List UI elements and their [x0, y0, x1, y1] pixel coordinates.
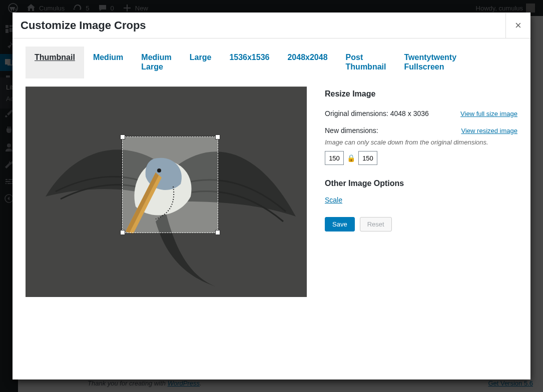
resize-heading: Resize Image — [325, 90, 517, 98]
crop-handle-tl[interactable] — [120, 134, 125, 140]
crop-handle-bl[interactable] — [120, 230, 125, 235]
image-crop-area[interactable] — [26, 86, 307, 297]
tab-post-thumb[interactable]: Post Thumbnail — [337, 46, 395, 78]
close-icon: × — [515, 19, 521, 32]
reset-button[interactable]: Reset — [360, 217, 392, 232]
scale-note: Image can only scale down from the origi… — [325, 138, 517, 146]
crop-selection[interactable] — [122, 136, 218, 233]
tab-2048[interactable]: 2048x2048 — [278, 46, 336, 78]
settings-panel: Resize Image Original dimensions: 4048 x… — [325, 86, 517, 297]
view-full-size-link[interactable]: View full size image — [460, 110, 517, 118]
tab-medium[interactable]: Medium — [84, 46, 132, 78]
width-input[interactable] — [325, 151, 344, 165]
other-options-heading: Other Image Options — [325, 179, 517, 188]
crop-modal: Customize Image Crops × Thumbnail Medium… — [13, 12, 530, 380]
modal-title: Customize Image Crops — [13, 12, 154, 38]
tab-large[interactable]: Large — [181, 46, 221, 78]
scale-link[interactable]: Scale — [325, 196, 342, 204]
close-button[interactable]: × — [505, 13, 530, 38]
crop-handle-br[interactable] — [215, 230, 220, 235]
tab-thumbnail[interactable]: Thumbnail — [26, 46, 84, 78]
crop-handle-tr[interactable] — [215, 134, 220, 140]
tab-medium-large[interactable]: Medium Large — [132, 46, 180, 78]
save-button[interactable]: Save — [325, 217, 355, 232]
lock-icon[interactable]: 🔒 — [347, 154, 355, 162]
tab-1536[interactable]: 1536x1536 — [220, 46, 278, 78]
new-dimensions-label: New dimensions: — [325, 126, 378, 134]
tab-twentytwenty[interactable]: Twentytwenty Fullscreen — [395, 46, 465, 78]
height-input[interactable] — [358, 151, 377, 165]
view-resized-link[interactable]: View resized image — [461, 127, 517, 134]
size-tabs: Thumbnail Medium Medium Large Large 1536… — [26, 46, 517, 78]
original-dimensions: Original dimensions: 4048 x 3036 — [325, 110, 429, 118]
